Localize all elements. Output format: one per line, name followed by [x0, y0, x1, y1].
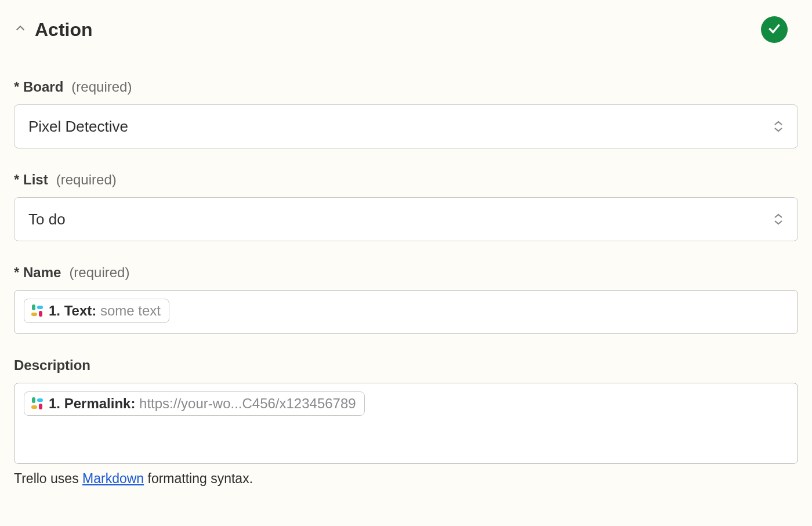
slack-icon: [30, 397, 44, 411]
list-required: (required): [56, 172, 117, 188]
section-header-left: Action: [14, 19, 93, 41]
list-label-row: * List (required): [14, 172, 798, 188]
description-field-group: Description 1. Permalink: https://your-w…: [14, 357, 798, 487]
name-required: (required): [69, 264, 129, 281]
board-select[interactable]: Pixel Detective: [14, 104, 798, 148]
name-label: * Name: [14, 264, 61, 281]
board-label: * Board: [14, 79, 63, 95]
board-field-group: * Board (required) Pixel Detective: [14, 79, 798, 148]
description-input[interactable]: 1. Permalink: https://your-wo...C456/x12…: [14, 383, 798, 464]
list-select-value: To do: [28, 211, 66, 228]
board-label-row: * Board (required): [14, 79, 798, 95]
collapse-toggle[interactable]: [14, 23, 27, 36]
board-required: (required): [71, 79, 132, 95]
name-field-group: * Name (required) 1. Text: some text: [14, 264, 798, 334]
description-pill-value: https://your-wo...C456/x123456789: [139, 396, 356, 411]
name-pill-label: 1. Text:: [49, 303, 100, 318]
list-field-group: * List (required) To do: [14, 172, 798, 241]
description-helper-text: Trello uses Markdown formatting syntax.: [14, 471, 798, 487]
slack-icon: [30, 304, 44, 318]
list-label: * List: [14, 172, 48, 188]
description-variable-pill[interactable]: 1. Permalink: https://your-wo...C456/x12…: [24, 391, 365, 416]
description-label-row: Description: [14, 357, 798, 373]
chevron-up-icon: [14, 22, 27, 37]
checkmark-icon: [767, 21, 782, 38]
select-arrows-icon: [773, 121, 784, 132]
name-variable-pill[interactable]: 1. Text: some text: [24, 299, 169, 323]
list-select[interactable]: To do: [14, 197, 798, 241]
helper-suffix: formatting syntax.: [144, 471, 253, 486]
action-section-header: Action: [14, 16, 798, 43]
name-pill-value: some text: [100, 303, 161, 318]
name-label-row: * Name (required): [14, 264, 798, 281]
markdown-link[interactable]: Markdown: [82, 471, 144, 486]
section-title: Action: [35, 19, 93, 41]
name-input[interactable]: 1. Text: some text: [14, 290, 798, 334]
description-pill-label: 1. Permalink:: [49, 396, 139, 411]
status-success-badge: [761, 16, 788, 43]
select-arrows-icon: [773, 213, 784, 225]
helper-prefix: Trello uses: [14, 471, 82, 486]
description-label: Description: [14, 357, 90, 373]
board-select-value: Pixel Detective: [28, 118, 128, 136]
